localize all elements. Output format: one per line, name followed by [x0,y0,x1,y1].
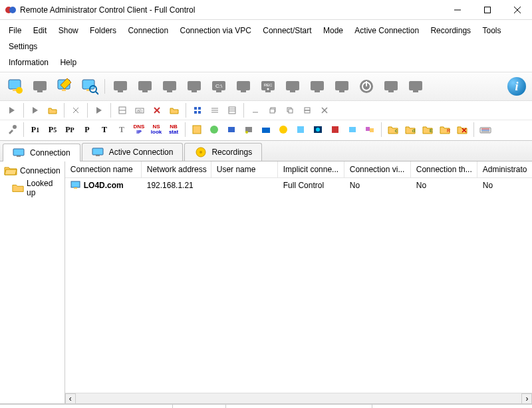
table-row[interactable]: LO4D.com 192.168.1.21 Full Control No No… [65,178,532,193]
menu-connect-start[interactable]: Connect/Start [258,23,316,39]
menu-recordings[interactable]: Recordings [426,23,475,39]
menu-help[interactable]: Help [55,54,81,70]
folder-x-button[interactable] [454,122,470,138]
folder-c-button[interactable]: c [385,122,401,138]
menu-active-connection[interactable]: Active Connection [350,23,424,39]
close-button[interactable] [502,0,532,20]
tree-item-looked-up[interactable]: Looked up [1,177,63,199]
monitor-gray-button-1[interactable] [29,75,51,98]
tile-button[interactable] [299,102,315,118]
menu-mode[interactable]: Mode [319,23,348,39]
edit-connection-button[interactable] [53,75,76,98]
tool-icon-1[interactable] [189,122,205,138]
menu-settings[interactable]: Settings [4,39,42,54]
scroll-track[interactable] [76,393,522,403]
grid-button-1[interactable] [114,102,130,118]
find-connection-button[interactable] [78,75,100,98]
play-button[interactable] [4,102,20,118]
cascade-button[interactable] [282,102,298,118]
monitor-button-rec[interactable]: REC [257,75,279,98]
tool-icon-7[interactable] [293,122,309,138]
folder-r-button[interactable]: R [437,122,453,138]
monitor-button-a[interactable] [109,75,132,98]
dns-ip-button[interactable]: DNSIP [131,122,147,138]
col-user[interactable]: User name [211,161,278,177]
folder-button[interactable] [166,102,182,118]
col-via[interactable]: Connection vi... [344,161,411,177]
tool-icon-5[interactable] [258,122,274,138]
tool-icon-8[interactable] [310,122,326,138]
minimize-button[interactable] [442,0,472,20]
tool-icon-10[interactable] [344,122,360,138]
delete-button[interactable] [149,102,165,118]
col-admin[interactable]: Administrato [477,161,532,177]
menu-edit[interactable]: Edit [29,23,52,39]
minimize-window-button[interactable] [247,102,263,118]
menu-connection-vpc[interactable]: Connection via VPC [176,23,256,39]
menu-file[interactable]: File [4,23,26,39]
tool-icon-11[interactable] [362,122,378,138]
restore-window-button[interactable] [265,102,281,118]
view-large-button[interactable] [190,102,205,118]
tool-icon-9[interactable] [327,122,343,138]
menu-folders[interactable]: Folders [85,23,121,39]
view-list-button[interactable] [207,102,223,118]
rename-button[interactable]: ab [132,102,148,118]
tree-item-connection[interactable]: Connection [1,164,63,177]
menu-connection[interactable]: Connection [123,23,173,39]
horizontal-scrollbar[interactable]: ‹ › [65,393,532,403]
monitor-button-drive[interactable]: C:\ [207,75,230,98]
tab-connection[interactable]: Connection [3,144,80,161]
p-button[interactable]: P [79,122,95,138]
close-all-button[interactable] [317,102,332,118]
view-detail-button[interactable] [224,102,240,118]
scroll-right-button[interactable]: › [521,393,532,404]
monitor-button-g[interactable] [306,75,329,98]
monitor-button-j[interactable] [404,75,427,98]
t2-button[interactable]: T [114,122,130,138]
monitor-button-d[interactable] [183,75,205,98]
monitor-button-e[interactable] [232,75,255,98]
info-button[interactable]: i [505,75,528,98]
p5-button[interactable]: P5 [45,122,61,138]
maximize-button[interactable] [472,0,502,20]
tab-recordings[interactable]: Recordings [184,143,262,161]
cell-admin: No [477,178,532,193]
keyboard-button[interactable] [477,122,493,138]
new-connection-button[interactable] [4,75,27,98]
menu-tools[interactable]: Tools [477,23,505,39]
play-open-button[interactable] [27,102,43,118]
cut-button[interactable] [68,102,84,118]
col-address[interactable]: Network address [142,161,211,177]
tool-icon-2[interactable] [206,122,222,138]
folder-e-button[interactable]: E [420,122,436,138]
tab-active-connection[interactable]: Active Connection [82,143,184,161]
tool-icon-6[interactable] [275,122,291,138]
tool-icon-3[interactable] [223,122,239,138]
t1-button[interactable]: T [96,122,112,138]
power-button[interactable] [355,75,378,98]
toolbar-separator [104,79,105,94]
menu-information[interactable]: Information [4,54,53,70]
monitor-button-f[interactable] [281,75,304,98]
svg-rect-61 [198,111,201,114]
col-implicit[interactable]: Implicit conne... [278,161,344,177]
folder-d-button[interactable]: d [402,122,418,138]
pp-button[interactable]: PP [62,122,78,138]
tool-icon-4[interactable] [241,122,257,138]
monitor-button-i[interactable] [380,75,402,98]
col-name[interactable]: Connection name [65,161,142,177]
menu-show[interactable]: Show [54,23,83,39]
col-thru[interactable]: Connection th... [411,161,477,177]
monitor-button-c[interactable] [158,75,181,98]
ns-look-button[interactable]: NSlook [148,122,164,138]
nb-stat-button[interactable]: NBstat [166,122,182,138]
step-button[interactable] [91,102,107,118]
p1-button[interactable]: P1 [27,122,43,138]
open-folder-button[interactable] [45,102,61,118]
monitor-button-b[interactable] [134,75,156,98]
svg-rect-20 [142,90,148,92]
monitor-button-h[interactable] [331,75,353,98]
tools-icon[interactable] [4,122,20,138]
scroll-left-button[interactable]: ‹ [65,393,76,404]
